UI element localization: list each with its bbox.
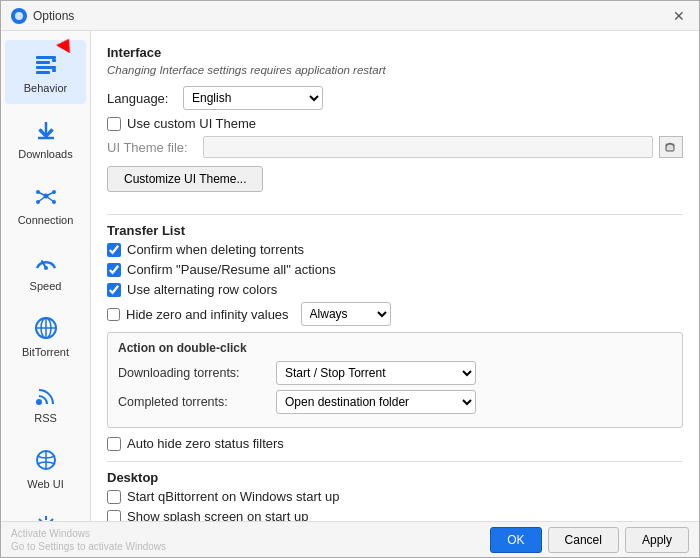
hide-zero-checkbox[interactable] <box>107 308 120 321</box>
sidebar-item-rss[interactable]: RSS <box>5 370 86 434</box>
auto-hide-checkbox[interactable] <box>107 437 121 451</box>
title-bar: Options ✕ <box>1 1 699 31</box>
title-bar-left: Options <box>11 8 74 24</box>
hide-zero-select[interactable]: Always Never <box>301 302 391 326</box>
downloading-row: Downloading torrents: Start / Stop Torre… <box>118 361 672 385</box>
completed-row: Completed torrents: Open destination fol… <box>118 390 672 414</box>
svg-rect-6 <box>52 69 56 72</box>
divider-1 <box>107 214 683 215</box>
completed-select[interactable]: Open destination folder Start / Stop Tor… <box>276 390 476 414</box>
behavior-icon <box>32 50 60 78</box>
confirm-pause-row: Confirm "Pause/Resume all" actions <box>107 262 683 277</box>
confirm-delete-label: Confirm when deleting torrents <box>127 242 304 257</box>
bittorrent-icon <box>32 314 60 342</box>
transfer-list-title: Transfer List <box>107 223 683 238</box>
cancel-button[interactable]: Cancel <box>548 527 619 553</box>
content-area: Behavior Downloads <box>1 31 699 521</box>
alternating-rows-row: Use alternating row colors <box>107 282 683 297</box>
confirm-pause-label: Confirm "Pause/Resume all" actions <box>127 262 336 277</box>
ok-button[interactable]: OK <box>490 527 541 553</box>
start-qbit-row: Start qBittorrent on Windows start up <box>107 489 683 504</box>
theme-file-row: UI Theme file: <box>107 136 683 158</box>
desktop-title: Desktop <box>107 470 683 485</box>
svg-point-0 <box>15 12 23 20</box>
sidebar-item-behavior-label: Behavior <box>24 82 67 94</box>
custom-theme-row: Use custom UI Theme <box>107 116 683 131</box>
downloads-icon <box>32 116 60 144</box>
custom-theme-checkbox[interactable] <box>107 117 121 131</box>
double-click-section: Action on double-click Downloading torre… <box>107 332 683 428</box>
language-label: Language: <box>107 91 177 106</box>
show-splash-checkbox[interactable] <box>107 510 121 522</box>
show-splash-label: Show splash screen on start up <box>127 509 308 521</box>
sidebar: Behavior Downloads <box>1 31 91 521</box>
language-select[interactable]: English French <box>183 86 323 110</box>
hide-zero-row: Hide zero and infinity values Always Nev… <box>107 302 683 326</box>
auto-hide-row: Auto hide zero status filters <box>107 436 683 451</box>
custom-theme-label: Use custom UI Theme <box>127 116 256 131</box>
svg-rect-5 <box>52 59 56 62</box>
double-click-title: Action on double-click <box>118 341 672 355</box>
confirm-delete-row: Confirm when deleting torrents <box>107 242 683 257</box>
start-qbit-label: Start qBittorrent on Windows start up <box>127 489 339 504</box>
footer: Activate WindowsGo to Settings to activa… <box>1 521 699 557</box>
divider-2 <box>107 461 683 462</box>
advanced-icon <box>32 512 60 521</box>
svg-line-15 <box>38 196 46 202</box>
webui-icon <box>32 446 60 474</box>
confirm-pause-checkbox[interactable] <box>107 263 121 277</box>
downloading-label: Downloading torrents: <box>118 366 268 380</box>
svg-point-18 <box>44 266 48 270</box>
sidebar-item-bittorrent-label: BitTorrent <box>22 346 69 358</box>
sidebar-item-webui[interactable]: Web UI <box>5 436 86 500</box>
alternating-rows-label: Use alternating row colors <box>127 282 277 297</box>
rss-icon <box>32 380 60 408</box>
options-window: Options ✕ <box>0 0 700 558</box>
auto-hide-label: Auto hide zero status filters <box>127 436 284 451</box>
theme-file-label: UI Theme file: <box>107 140 197 155</box>
sidebar-item-connection-label: Connection <box>18 214 74 226</box>
window-title: Options <box>33 9 74 23</box>
svg-rect-2 <box>36 61 50 64</box>
sidebar-item-downloads-label: Downloads <box>18 148 72 160</box>
confirm-delete-checkbox[interactable] <box>107 243 121 257</box>
speed-icon <box>32 248 60 276</box>
show-splash-row: Show splash screen on start up <box>107 509 683 521</box>
sidebar-item-webui-label: Web UI <box>27 478 63 490</box>
svg-line-16 <box>46 196 54 202</box>
sidebar-item-bittorrent[interactable]: BitTorrent <box>5 304 86 368</box>
svg-rect-4 <box>36 71 50 74</box>
watermark-text: Activate WindowsGo to Settings to activa… <box>11 527 166 553</box>
main-panel: Interface Changing Interface settings re… <box>91 31 699 521</box>
downloading-select[interactable]: Start / Stop Torrent Open download folde… <box>276 361 476 385</box>
theme-file-input <box>203 136 653 158</box>
hide-zero-label: Hide zero and infinity values <box>126 307 289 322</box>
sidebar-item-downloads[interactable]: Downloads <box>5 106 86 170</box>
customize-btn-row: Customize UI Theme... <box>107 166 683 204</box>
svg-rect-3 <box>36 66 56 69</box>
sidebar-item-speed-label: Speed <box>30 280 62 292</box>
section-title: Interface <box>107 45 683 60</box>
sidebar-item-connection[interactable]: Connection <box>5 172 86 236</box>
alternating-rows-checkbox[interactable] <box>107 283 121 297</box>
section-subtitle: Changing Interface settings requires app… <box>107 64 683 76</box>
theme-file-browse-button[interactable] <box>659 136 683 158</box>
window-icon <box>11 8 27 24</box>
svg-point-23 <box>36 399 42 405</box>
language-row: Language: English French <box>107 86 683 110</box>
completed-label: Completed torrents: <box>118 395 268 409</box>
svg-rect-1 <box>36 56 56 59</box>
connection-icon <box>32 182 60 210</box>
customize-ui-theme-button[interactable]: Customize UI Theme... <box>107 166 263 192</box>
sidebar-item-speed[interactable]: Speed <box>5 238 86 302</box>
close-button[interactable]: ✕ <box>669 8 689 24</box>
sidebar-item-rss-label: RSS <box>34 412 57 424</box>
sidebar-item-behavior[interactable]: Behavior <box>5 40 86 104</box>
start-qbit-checkbox[interactable] <box>107 490 121 504</box>
apply-button[interactable]: Apply <box>625 527 689 553</box>
sidebar-item-advanced[interactable]: Advanced <box>5 502 86 521</box>
